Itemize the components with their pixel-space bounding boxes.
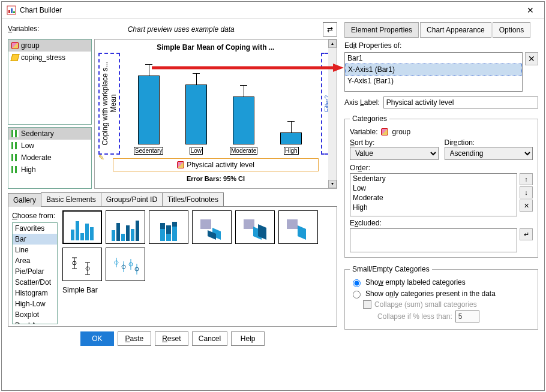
excluded-list[interactable] <box>350 228 517 252</box>
properties-list[interactable]: Bar1 X-Axis1 (Bar1) Y-Axis1 (Bar1) <box>344 52 523 92</box>
list-item[interactable]: Pie/Polar <box>13 266 57 277</box>
direction-select[interactable]: Ascending <box>445 147 533 160</box>
thumb-simple-bar[interactable] <box>62 210 102 244</box>
scrollbar-v[interactable]: ▴ ▾ <box>328 40 337 188</box>
radio-show-only-label: Show only categories present in the data <box>365 290 496 298</box>
list-item[interactable]: Favorites <box>13 223 57 234</box>
grid-icon <box>11 166 19 173</box>
window-title: Chart Builder <box>20 6 521 14</box>
include-icon[interactable]: ↵ <box>520 228 533 240</box>
y-axis-dropzone[interactable]: Coping with workplace s...Mean <box>98 53 120 155</box>
list-item[interactable]: Line <box>13 245 57 255</box>
radio-show-only[interactable] <box>353 291 361 298</box>
sortby-select[interactable]: Value <box>350 147 439 160</box>
nominal-icon <box>177 161 184 168</box>
variable-value: group <box>392 128 410 136</box>
tab-options[interactable]: Options <box>493 22 530 38</box>
list-item[interactable]: Bar1 <box>345 53 522 64</box>
variables-list[interactable]: group coping_stress <box>8 39 92 125</box>
list-item[interactable]: High <box>350 203 517 212</box>
axis-label-label: Axis Label: <box>344 98 380 107</box>
svg-rect-2 <box>11 8 13 13</box>
list-item[interactable]: Dual Axes <box>13 320 57 324</box>
bar <box>185 85 207 144</box>
list-item[interactable]: Boxplot <box>13 309 57 320</box>
thumb-caption: Simple Bar <box>62 286 333 294</box>
ok-button[interactable]: OK <box>80 331 114 346</box>
right-tabs: Element Properties Chart Appearance Opti… <box>344 22 538 38</box>
list-item[interactable]: High <box>8 164 91 176</box>
thumb-3d-bar-1[interactable] <box>192 210 232 244</box>
categories-fieldset: Categories Variable: group Sort by: Valu… <box>344 114 538 258</box>
small-empty-legend: Small/Empty Categories <box>350 265 432 273</box>
app-icon <box>7 5 16 15</box>
list-item[interactable]: Histogram <box>13 288 57 298</box>
list-item[interactable]: Sedentary <box>8 128 91 140</box>
direction-label: Direction: <box>445 138 533 147</box>
choose-from-label: Choose from: <box>12 212 58 220</box>
delete-icon[interactable]: ✕ <box>525 52 538 65</box>
order-list[interactable]: Sedentary Low Moderate High <box>350 173 517 216</box>
list-item[interactable]: Low <box>350 183 517 193</box>
list-item[interactable]: Moderate <box>8 152 91 164</box>
variables-label: Variables: <box>8 25 39 33</box>
thumb-clustered-bar[interactable] <box>106 210 145 244</box>
arrow-icon <box>152 63 344 73</box>
tab-gallery[interactable]: Gallery <box>8 193 41 207</box>
tab-groups-point-id[interactable]: Groups/Point ID <box>101 192 163 206</box>
chart-type-list[interactable]: Favorites Bar Line Area Pie/Polar Scatte… <box>12 222 58 324</box>
x-axis-dropzone[interactable]: Physical activity level <box>113 158 319 171</box>
scroll-down-icon[interactable]: ▾ <box>328 180 337 188</box>
tab-chart-appearance[interactable]: Chart Appearance <box>420 22 491 38</box>
nominal-icon <box>11 42 19 49</box>
help-button[interactable]: Help <box>231 331 265 346</box>
list-item[interactable]: coping_stress <box>8 52 91 64</box>
paste-button[interactable]: Paste <box>118 331 151 346</box>
svg-marker-5 <box>333 64 344 72</box>
scroll-up-icon[interactable]: ▴ <box>328 40 337 48</box>
chart-builder-window: Chart Builder ✕ Variables: Chart preview… <box>1 1 545 391</box>
list-item[interactable]: Low <box>8 140 91 152</box>
nominal-icon <box>381 128 388 135</box>
thumb-stacked-bar[interactable] <box>149 210 188 244</box>
list-item[interactable]: Bar <box>13 234 57 245</box>
chart-preview[interactable]: Simple Bar Mean of Coping with ... Copin… <box>94 39 337 189</box>
preview-label: Chart preview uses example data <box>44 25 318 34</box>
small-empty-fieldset: Small/Empty Categories Show empty labele… <box>344 265 538 330</box>
axis-label-input[interactable] <box>383 97 538 108</box>
thumb-3d-bar-3[interactable] <box>278 210 318 244</box>
move-down-icon[interactable]: ↓ <box>520 186 533 198</box>
bar <box>138 76 160 144</box>
edit-properties-label: Edit Properties of: <box>344 41 538 50</box>
list-item[interactable]: X-Axis1 (Bar1) <box>345 64 522 76</box>
thumb-3d-bar-2[interactable] <box>235 210 275 244</box>
exclude-icon[interactable]: ✕ <box>520 200 533 212</box>
thumb-error-bar-2[interactable] <box>106 248 145 281</box>
grid-icon <box>11 130 19 137</box>
reset-button[interactable]: Reset <box>155 331 188 346</box>
pencil-icon: ✎ <box>98 153 104 162</box>
list-item[interactable]: High-Low <box>13 298 57 309</box>
tab-element-properties[interactable]: Element Properties <box>344 22 419 38</box>
list-item[interactable]: group <box>8 40 91 52</box>
list-item[interactable]: Sedentary <box>350 174 517 183</box>
categories-list[interactable]: Sedentary Low Moderate High <box>8 127 92 189</box>
thumb-error-bar-1[interactable] <box>62 248 102 281</box>
move-up-icon[interactable]: ↑ <box>520 173 533 185</box>
svg-marker-13 <box>298 225 306 240</box>
titlebar: Chart Builder ✕ <box>2 2 544 19</box>
grid-icon <box>11 142 19 149</box>
excluded-label: Excluded: <box>350 219 533 227</box>
tab-titles-footnotes[interactable]: Titles/Footnotes <box>162 192 224 206</box>
list-item[interactable]: Area <box>13 255 57 266</box>
tab-basic-elements[interactable]: Basic Elements <box>41 192 101 206</box>
collapse-pct-label: Collapse if % less than: <box>377 312 452 321</box>
list-item[interactable]: Scatter/Dot <box>13 277 57 288</box>
swap-icon[interactable]: ⇄ <box>323 22 337 37</box>
radio-show-empty[interactable] <box>353 279 361 287</box>
collapse-checkbox <box>363 300 371 309</box>
cancel-button[interactable]: Cancel <box>192 331 227 346</box>
list-item[interactable]: Y-Axis1 (Bar1) <box>345 76 522 86</box>
list-item[interactable]: Moderate <box>350 193 517 203</box>
close-button[interactable]: ✕ <box>521 5 539 15</box>
